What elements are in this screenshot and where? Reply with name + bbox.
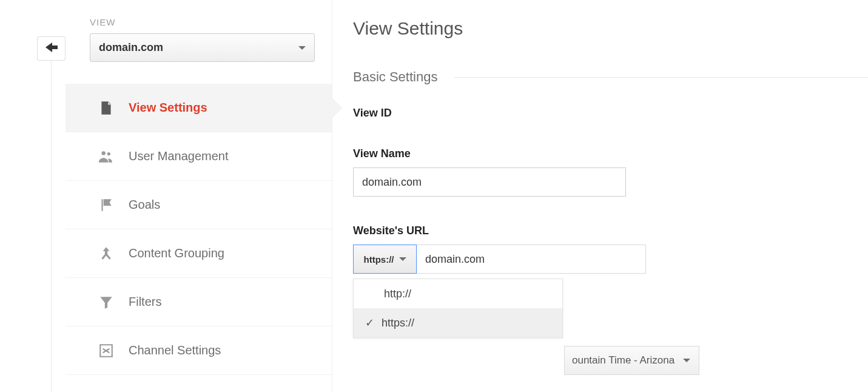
nav-view-settings[interactable]: View Settings <box>66 84 332 132</box>
nav-item-label: Goals <box>129 198 160 212</box>
nav-user-management[interactable]: User Management <box>66 132 332 181</box>
main-content: View Settings Basic Settings View ID Vie… <box>332 0 868 392</box>
protocol-option-https[interactable]: ✓ https:// <box>354 308 562 337</box>
timezone-selector[interactable]: ountain Time - Arizona <box>564 346 699 375</box>
protocol-selected-text: https:// <box>364 254 394 265</box>
nav-item-label: Content Grouping <box>129 246 224 260</box>
view-name-label: View Name <box>353 147 868 160</box>
protocol-selector[interactable]: https:// <box>353 245 417 274</box>
view-id-label: View ID <box>353 107 868 120</box>
website-url-input[interactable] <box>417 245 646 274</box>
protocol-option-text: https:// <box>382 317 414 329</box>
users-icon <box>97 147 115 166</box>
funnel-icon <box>97 293 115 311</box>
sidebar: VIEW domain.com View Settings User Manag… <box>66 0 332 392</box>
document-icon <box>97 99 115 117</box>
back-arrow-icon <box>44 41 59 56</box>
back-button[interactable] <box>37 36 66 61</box>
field-view-name: View Name <box>353 147 868 197</box>
check-icon: ✓ <box>365 316 374 329</box>
section-heading: Basic Settings <box>353 69 437 85</box>
field-website-url: Website's URL https:// http:// ✓ https:/… <box>353 225 868 338</box>
section-divider <box>454 77 868 78</box>
nav-item-label: Channel Settings <box>129 343 221 357</box>
timezone-text: ountain Time - Arizona <box>572 354 675 367</box>
nav-goals[interactable]: Goals <box>66 181 332 229</box>
chevron-down-icon <box>683 359 690 362</box>
page-title: View Settings <box>353 18 868 39</box>
nav-content-grouping[interactable]: Content Grouping <box>66 229 332 278</box>
chevron-down-icon <box>298 46 306 50</box>
section-header: Basic Settings <box>353 69 868 85</box>
nav-item-label: User Management <box>129 149 229 163</box>
sidebar-section-label: VIEW <box>66 17 332 27</box>
svg-point-1 <box>107 152 110 155</box>
domain-selector-text: domain.com <box>99 41 163 54</box>
nav-item-label: View Settings <box>129 101 207 115</box>
nav-item-label: Filters <box>129 295 161 309</box>
svg-point-0 <box>101 151 106 155</box>
merge-icon <box>97 245 115 263</box>
view-name-input[interactable] <box>353 167 626 197</box>
field-view-id: View ID <box>353 107 868 120</box>
domain-selector[interactable]: domain.com <box>90 33 315 62</box>
nav-channel-settings[interactable]: Channel Settings <box>66 326 332 375</box>
protocol-option-text: http:// <box>384 288 411 300</box>
back-column <box>0 0 66 392</box>
website-url-label: Website's URL <box>353 225 868 237</box>
chevron-down-icon <box>399 257 406 261</box>
website-url-row: https:// <box>353 245 868 274</box>
protocol-dropdown: http:// ✓ https:// <box>353 279 563 338</box>
sidebar-nav: View Settings User Management Goals Cont… <box>66 84 332 375</box>
flag-icon <box>97 196 115 214</box>
channels-icon <box>97 342 115 360</box>
nav-filters[interactable]: Filters <box>66 278 332 326</box>
protocol-option-http[interactable]: http:// <box>354 279 562 308</box>
